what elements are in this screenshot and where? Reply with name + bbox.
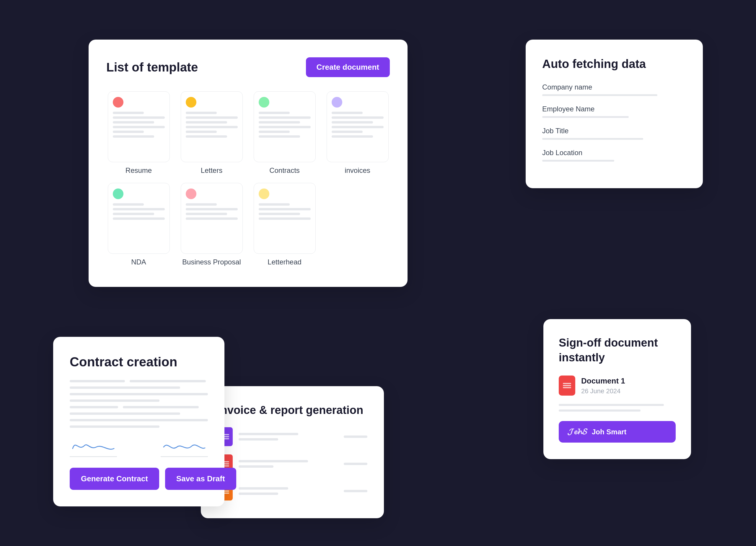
template-thumb-nda — [108, 183, 170, 254]
contract-creation-card: Contract creation — [53, 337, 224, 506]
contract-lines — [70, 380, 208, 428]
template-item-letters[interactable]: Letters — [179, 91, 244, 175]
signoff-doc-name: Document 1 — [581, 377, 625, 386]
auto-field-line-joblocation — [542, 160, 614, 162]
template-grid: Resume Letters — [106, 91, 390, 266]
dot-contracts — [259, 97, 269, 107]
signatures-row — [70, 437, 208, 457]
auto-field-joblocation: Job Location — [542, 149, 686, 162]
signature-svg-right — [161, 437, 208, 454]
signature-script: 𝓙𝓮𝓱𝓢 — [568, 427, 587, 437]
dot-invoices — [332, 97, 342, 107]
template-thumb-letters — [181, 91, 243, 162]
signoff-signer-name: Joh Smart — [592, 428, 626, 436]
invoice-item-2 — [217, 454, 367, 473]
auto-field-label-company: Company name — [542, 83, 686, 91]
template-thumb-contracts — [254, 91, 316, 162]
templates-header: List of template Create document — [106, 57, 390, 77]
invoice-list — [217, 427, 367, 501]
signoff-doc-row: Document 1 26 June 2024 — [559, 376, 676, 396]
dot-nda — [113, 188, 123, 199]
save-as-draft-button[interactable]: Save as Draft — [165, 468, 236, 490]
invoice-item-3 — [217, 482, 367, 501]
dot-letterhead — [259, 188, 269, 199]
auto-field-line-employee — [542, 116, 629, 118]
auto-fetch-card: Auto fetching data Company name Employee… — [526, 40, 703, 188]
signoff-button[interactable]: 𝓙𝓮𝓱𝓢 Joh Smart — [559, 421, 676, 443]
templates-card: List of template Create document Resume — [89, 40, 408, 287]
auto-field-line-jobtitle — [542, 138, 643, 140]
template-item-business-proposal[interactable]: Business Proposal — [179, 183, 244, 266]
contract-creation-title: Contract creation — [70, 355, 208, 369]
auto-field-label-jobtitle: Job Title — [542, 127, 686, 135]
signoff-doc-icon — [559, 376, 575, 396]
signoff-lines — [559, 404, 676, 412]
signature-svg-left — [70, 437, 117, 454]
auto-field-label-employee: Employee Name — [542, 105, 686, 113]
create-document-button[interactable]: Create document — [306, 57, 390, 77]
template-thumb-letterhead — [254, 183, 316, 254]
invoice-report-card: Invoice & report generation — [201, 386, 384, 518]
signature-left — [70, 437, 117, 457]
template-item-nda[interactable]: NDA — [106, 183, 171, 266]
template-label-nda: NDA — [131, 258, 146, 266]
signoff-card: Sign-off document instantly Document 1 2… — [543, 319, 691, 459]
template-item-invoices[interactable]: invoices — [325, 91, 390, 175]
template-thumb-resume — [108, 91, 170, 162]
template-label-resume: Resume — [126, 166, 152, 175]
signoff-doc-date: 26 June 2024 — [581, 387, 625, 395]
template-thumb-business-proposal — [181, 183, 243, 254]
template-item-letterhead[interactable]: Letterhead — [252, 183, 317, 266]
template-item-resume[interactable]: Resume — [106, 91, 171, 175]
auto-field-jobtitle: Job Title — [542, 127, 686, 140]
generate-contract-button[interactable]: Generate Contract — [70, 468, 159, 490]
templates-title: List of template — [106, 60, 198, 74]
dot-resume — [113, 97, 123, 107]
scene: List of template Create document Resume — [53, 22, 703, 524]
invoice-item-1 — [217, 427, 367, 446]
template-label-contracts: Contracts — [269, 166, 300, 175]
auto-field-employee: Employee Name — [542, 105, 686, 118]
template-label-invoices: invoices — [345, 166, 370, 175]
template-label-letters: Letters — [201, 166, 222, 175]
signoff-title: Sign-off document instantly — [559, 336, 676, 365]
auto-field-line-company — [542, 94, 657, 96]
auto-field-label-joblocation: Job Location — [542, 149, 686, 157]
signoff-doc-info: Document 1 26 June 2024 — [581, 377, 625, 395]
contract-buttons: Generate Contract Save as Draft — [70, 468, 208, 490]
template-item-contracts[interactable]: Contracts — [252, 91, 317, 175]
template-thumb-invoices — [327, 91, 389, 162]
auto-field-company: Company name — [542, 83, 686, 96]
dot-letters — [186, 97, 196, 107]
dot-business-proposal — [186, 188, 196, 199]
template-label-business-proposal: Business Proposal — [182, 258, 241, 266]
template-label-letterhead: Letterhead — [268, 258, 302, 266]
signature-right — [161, 437, 208, 457]
auto-fetch-title: Auto fetching data — [542, 57, 686, 71]
invoice-report-title: Invoice & report generation — [217, 404, 367, 417]
